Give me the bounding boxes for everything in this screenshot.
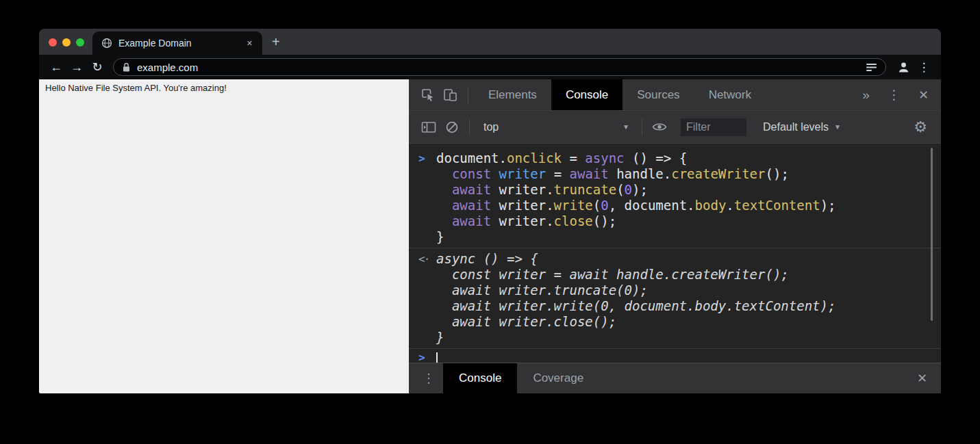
- devtools-panel: Elements Console Sources Network » ⋮ ✕: [409, 79, 941, 393]
- execution-context-selector[interactable]: top ▼: [475, 121, 636, 133]
- page-body-text: Hello Native File System API. You're ama…: [45, 83, 227, 93]
- result-arrow-icon: <·: [409, 251, 436, 345]
- new-tab-button[interactable]: +: [268, 34, 284, 50]
- reload-button[interactable]: ↻: [87, 60, 108, 75]
- console-sidebar-toggle-button[interactable]: [417, 116, 440, 139]
- default-levels-dropdown[interactable]: Default levels ▼: [763, 121, 841, 133]
- forward-button[interactable]: →: [66, 60, 87, 75]
- context-label: top: [483, 121, 499, 133]
- tab-console[interactable]: Console: [551, 79, 623, 110]
- prompt-chevron-icon: >: [409, 151, 436, 245]
- window-content: Hello Native File System API. You're ama…: [39, 79, 941, 393]
- url-text: example.com: [137, 62, 198, 73]
- zoom-window-button[interactable]: [76, 38, 84, 47]
- devtools-drawer: ⋮ Console Coverage ✕: [409, 363, 941, 393]
- toggle-device-toolbar-button[interactable]: [439, 83, 462, 107]
- browser-window: Example Domain ✕ + ← → ↻ example.com: [39, 29, 941, 393]
- devtools-tabbar: Elements Console Sources Network » ⋮ ✕: [409, 79, 941, 111]
- console-entry-prompt[interactable]: >: [409, 348, 941, 363]
- toolbar-divider: [469, 119, 470, 135]
- back-button[interactable]: ←: [46, 60, 66, 75]
- chevron-down-icon: ▼: [623, 123, 629, 131]
- devtools-close-icon[interactable]: ✕: [918, 88, 929, 103]
- console-log[interactable]: >document.onclick = async () => { const …: [409, 144, 941, 363]
- tab-title: Example Domain: [118, 38, 238, 49]
- web-page: Hello Native File System API. You're ama…: [39, 79, 409, 393]
- drawer-tab-coverage[interactable]: Coverage: [517, 363, 599, 393]
- chevron-down-icon: ▼: [834, 123, 841, 131]
- toolbar-divider: [642, 119, 642, 135]
- clear-console-button[interactable]: [440, 116, 464, 139]
- drawer-close-icon[interactable]: ✕: [917, 371, 941, 386]
- filter-input[interactable]: [681, 118, 746, 136]
- profile-avatar-button[interactable]: [893, 61, 914, 74]
- console-toolbar: top ▼ Default levels ▼ ⚙: [409, 111, 941, 144]
- browser-toolbar: ← → ↻ example.com: [39, 55, 941, 79]
- tab-close-button[interactable]: ✕: [244, 38, 255, 49]
- tab-elements[interactable]: Elements: [474, 79, 551, 110]
- console-entries: >document.onclick = async () => { const …: [409, 148, 941, 363]
- levels-label: Default levels: [763, 121, 829, 133]
- tab-strip: Example Domain ✕ +: [39, 29, 941, 55]
- prompt-chevron-icon: >: [409, 350, 436, 363]
- ssl-lock-icon[interactable]: [122, 62, 131, 73]
- browser-menu-kebab-icon[interactable]: ⋮: [914, 60, 934, 75]
- devtools-menu-kebab-icon[interactable]: ⋮: [888, 87, 901, 103]
- console-entry-result: <·async () => { const writer = await han…: [409, 248, 941, 348]
- console-text-cursor: [436, 352, 438, 363]
- console-scrollbar[interactable]: [931, 148, 933, 321]
- minimize-window-button[interactable]: [62, 38, 71, 47]
- drawer-tab-console[interactable]: Console: [443, 363, 517, 393]
- gear-icon[interactable]: ⚙: [914, 118, 933, 136]
- address-bar[interactable]: example.com: [113, 58, 886, 76]
- console-entry-input: >document.onclick = async () => { const …: [409, 148, 941, 248]
- tab-sources[interactable]: Sources: [623, 79, 694, 110]
- browser-tab[interactable]: Example Domain ✕: [92, 31, 262, 55]
- globe-favicon-icon: [101, 38, 112, 49]
- more-tabs-chevron-icon[interactable]: »: [862, 88, 870, 103]
- traffic-lights: [49, 38, 84, 47]
- tab-network[interactable]: Network: [694, 79, 766, 110]
- inspect-element-button[interactable]: [416, 83, 439, 107]
- drawer-menu-kebab-icon[interactable]: ⋮: [409, 371, 443, 386]
- eye-icon[interactable]: [648, 116, 671, 139]
- close-window-button[interactable]: [49, 38, 57, 47]
- toolbar-divider: [468, 87, 468, 103]
- omnibox-lines-icon[interactable]: [866, 63, 877, 72]
